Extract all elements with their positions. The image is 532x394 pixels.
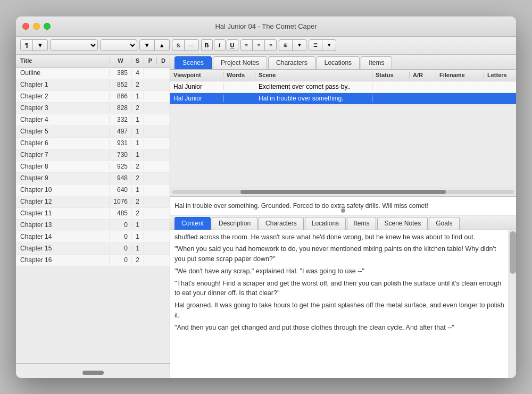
view-btn-1[interactable]: ¶	[20, 39, 33, 51]
close-button[interactable]	[22, 23, 29, 30]
align-seg: S̶ —	[172, 39, 199, 51]
view-toggle: ¶ ▼	[20, 39, 48, 51]
size-up-btn[interactable]: ▲	[155, 39, 170, 51]
table-row[interactable]: Chapter 8 925 2	[16, 161, 170, 173]
row-scenes: 1	[131, 186, 144, 194]
btab-items[interactable]: Items	[347, 217, 376, 230]
left-scrollbar-thumb[interactable]	[82, 371, 104, 375]
row-title: Chapter 8	[16, 163, 110, 170]
size-down-btn[interactable]: ▼	[139, 39, 155, 51]
titlebar: Hal Junior 04 - The Comet Caper	[16, 16, 516, 37]
table-row[interactable]: Chapter 5 497 1	[16, 126, 170, 138]
table-row[interactable]: Chapter 6 931 1	[16, 138, 170, 149]
btab-goals[interactable]: Goals	[429, 217, 459, 230]
maximize-button[interactable]	[44, 23, 51, 30]
align-left-btn[interactable]: ≡	[240, 39, 253, 51]
row-words: 828	[110, 104, 131, 112]
table-row[interactable]: Chapter 3 828 2	[16, 103, 170, 114]
row-words: 730	[110, 151, 131, 158]
btab-scene-notes[interactable]: Scene Notes	[377, 217, 428, 230]
row-title: Chapter 13	[16, 221, 110, 229]
right-scrollbar-thumb[interactable]	[510, 231, 516, 274]
content-paragraph: "We don't have any scrap," explained Hal…	[174, 266, 504, 276]
tab-characters[interactable]: Characters	[268, 56, 315, 69]
tab-scenes[interactable]: Scenes	[174, 56, 212, 69]
left-scroll-indicator	[19, 368, 167, 373]
right-scrollbar[interactable]	[509, 230, 516, 378]
table-row[interactable]: Chapter 9 948 2	[16, 173, 170, 185]
italic-btn[interactable]: I	[214, 39, 226, 51]
scene-row[interactable]: Hal Junior Hal in trouble over something…	[170, 93, 516, 105]
row-scenes: 1	[131, 116, 144, 123]
align-right-btn[interactable]: ≡	[265, 39, 277, 51]
style-select[interactable]	[50, 39, 98, 51]
left-table-header: Title W S P D	[16, 55, 170, 68]
btab-description[interactable]: Description	[212, 217, 257, 230]
row-title: Chapter 3	[16, 104, 110, 112]
row-scenes: 2	[131, 198, 144, 205]
scenes-scrollbar[interactable]	[170, 188, 516, 196]
table-row[interactable]: Chapter 7 730 1	[16, 149, 170, 161]
tab-items[interactable]: Items	[361, 56, 392, 69]
row-title: Chapter 10	[16, 186, 110, 194]
scrollbar-thumb[interactable]	[240, 190, 445, 194]
table-row[interactable]: Outline 385 4	[16, 68, 170, 79]
btab-locations[interactable]: Locations	[305, 217, 346, 230]
tab-locations[interactable]: Locations	[317, 56, 360, 69]
list-btn[interactable]: ☰	[309, 39, 322, 51]
sr-viewpoint: Hal Junior	[170, 95, 223, 102]
row-title: Chapter 9	[16, 174, 110, 182]
more-btn[interactable]: ⊞	[279, 39, 293, 51]
sr-scene: Hal in trouble over something.	[255, 95, 372, 102]
header-scene: Scene	[255, 72, 372, 78]
row-scenes: 1	[131, 151, 144, 158]
table-row[interactable]: Chapter 14 0 1	[16, 231, 170, 243]
minimize-button[interactable]	[33, 23, 40, 30]
col-p-header: P	[144, 57, 157, 64]
left-table-body: Outline 385 4 Chapter 1 852 2 Chapter 2 …	[16, 68, 170, 363]
row-words: 0	[110, 245, 131, 252]
col-title-header: Title	[16, 57, 110, 64]
view-btn-2[interactable]: ▼	[33, 39, 48, 51]
row-scenes: 2	[131, 81, 144, 88]
row-words: 385	[110, 69, 131, 77]
table-row[interactable]: Chapter 15 0 1	[16, 243, 170, 255]
scene-row[interactable]: Hal Junior Excitement over comet pass-by…	[170, 81, 516, 93]
highlight-btn[interactable]: —	[185, 39, 199, 51]
synopsis-bar: Hal in trouble over something. Grounded.…	[170, 196, 516, 215]
content-paragraph: shuffled across the room. He wasn't sure…	[174, 232, 504, 242]
row-title: Chapter 4	[16, 116, 110, 123]
strikethrough-btn[interactable]: S̶	[172, 39, 185, 51]
table-row[interactable]: Chapter 10 640 1	[16, 185, 170, 196]
traffic-lights	[22, 23, 51, 30]
row-scenes: 1	[131, 93, 144, 100]
table-row[interactable]: Chapter 11 485 2	[16, 208, 170, 220]
font-select[interactable]	[100, 39, 137, 51]
toolbar: ¶ ▼ ▼ ▲ S̶ — B I U ≡ ≡ ≡ ⊞ ▼	[16, 37, 516, 55]
content-paragraph: "And then you can get changed and put th…	[174, 323, 504, 333]
col-s-header: S	[131, 57, 144, 64]
table-row[interactable]: Chapter 4 332 1	[16, 114, 170, 126]
row-scenes: 1	[131, 221, 144, 229]
row-title: Chapter 7	[16, 151, 110, 158]
header-status: Status	[372, 72, 410, 78]
list-down-btn[interactable]: ▼	[322, 39, 336, 51]
table-row[interactable]: Chapter 2 866 1	[16, 91, 170, 103]
btab-characters[interactable]: Characters	[259, 217, 304, 230]
row-title: Chapter 14	[16, 233, 110, 240]
table-row[interactable]: Chapter 16 0 2	[16, 255, 170, 266]
underline-btn[interactable]: U	[227, 39, 238, 51]
table-row[interactable]: Chapter 1 852 2	[16, 79, 170, 91]
bold-btn[interactable]: B	[201, 39, 213, 51]
content-area[interactable]: shuffled across the room. He wasn't sure…	[170, 230, 509, 378]
col-d-header: D	[157, 57, 170, 64]
scenes-table-header: Viewpoint Words Scene Status A/R Filenam…	[170, 70, 516, 81]
row-scenes: 1	[131, 139, 144, 147]
content-paragraph: Hal groaned. It was going to take hours …	[174, 300, 504, 321]
btab-content[interactable]: Content	[174, 217, 211, 230]
tab-project-notes[interactable]: Project Notes	[213, 56, 267, 69]
down-btn[interactable]: ▼	[293, 39, 306, 51]
table-row[interactable]: Chapter 13 0 1	[16, 220, 170, 231]
align-center-btn[interactable]: ≡	[253, 39, 265, 51]
table-row[interactable]: Chapter 12 1076 2	[16, 196, 170, 208]
